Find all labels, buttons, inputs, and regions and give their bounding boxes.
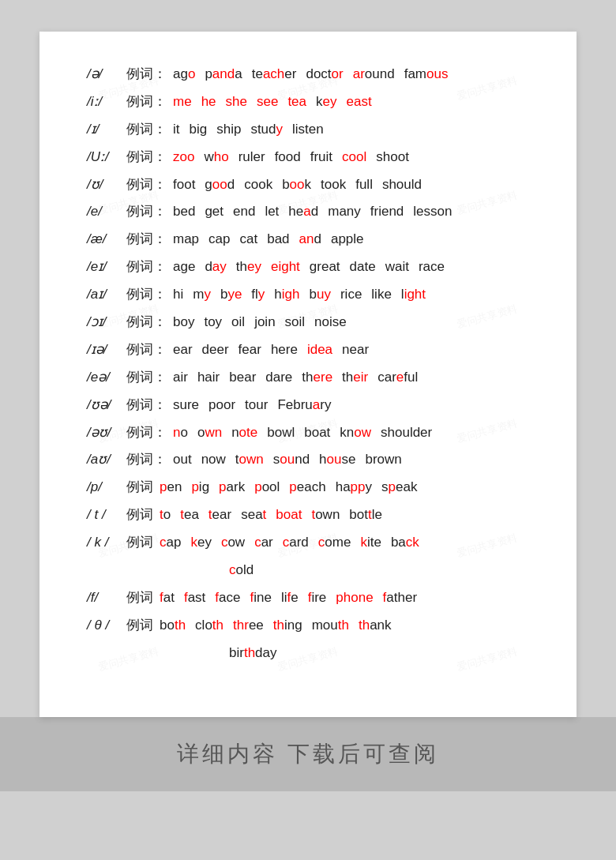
word-fat: fat [160, 587, 175, 610]
word-key: key [316, 91, 336, 114]
word-boy: boy [173, 311, 194, 334]
word-cap: cap [208, 228, 230, 251]
words-ua: sure poor tour February [173, 394, 339, 417]
word-happy: happy [336, 476, 372, 499]
word-food: food [275, 146, 301, 169]
words-e: bed get end let head many friend lesson [173, 201, 460, 223]
word-tea-t: tea [180, 504, 199, 527]
word-kite: kite [360, 531, 381, 554]
row-ilong: /iː/ 例词： me he she see tea key east [87, 91, 529, 114]
row-ua: /ʊə/ 例词： sure poor tour February [87, 394, 529, 417]
word-day: day [205, 256, 226, 279]
row-f: /f/ 例词 fat fast face fine life fire phon… [87, 587, 529, 610]
word-tear: tear [208, 504, 231, 527]
word-cap: cap [160, 531, 181, 554]
word-like: like [371, 284, 392, 306]
words-ushort: foot good cook book took full should [173, 174, 430, 197]
word-toy: toy [204, 311, 222, 334]
word-town-t: town [311, 504, 340, 527]
word-many: many [328, 201, 361, 223]
words-ishort: it big ship study listen [173, 118, 332, 141]
word-zoo: zoo [173, 146, 194, 169]
word-careful: careful [377, 366, 418, 389]
word-map: map [173, 228, 199, 251]
row-ushort: /ʊ/ 例词： foot good cook book took full sh… [87, 174, 529, 197]
words-ilong: me he she see tea key east [173, 91, 380, 114]
phoneme-k: / k / [87, 531, 126, 554]
word-speak: speak [381, 476, 417, 499]
word-my: my [193, 284, 211, 306]
row-e: /e/ 例词： bed get end let head many friend… [87, 201, 529, 223]
word-own: own [197, 422, 222, 445]
footer-bar: 详细内容 下载后可查阅 [0, 717, 616, 791]
row-theta-cont: birthday [87, 642, 529, 665]
word-out: out [173, 449, 192, 471]
word-cold: cold [229, 559, 254, 582]
word-their: their [342, 366, 368, 389]
word-pool: pool [254, 476, 280, 499]
words-theta: both cloth three thing mouth thank [160, 614, 400, 637]
words-t: to tea tear seat boat town bottle [160, 504, 390, 527]
word-ear: ear [173, 339, 193, 362]
row-k: / k / 例词 cap key cow car card come kite … [87, 531, 529, 554]
word-teacher: teacher [252, 63, 297, 86]
row-ea: /eə/ 例词： air hair bear dare there their … [87, 366, 529, 389]
word-friend: friend [370, 201, 404, 223]
word-peach: peach [289, 476, 325, 499]
label-schwa: 例词： [126, 63, 167, 86]
phoneme-au: /aʊ/ [87, 449, 126, 471]
word-race: race [419, 256, 445, 279]
word-park: park [219, 476, 245, 499]
words-theta-cont: birthday [229, 642, 285, 665]
word-hair: hair [197, 366, 220, 389]
label-oi: 例词： [126, 311, 167, 334]
word-book: book [282, 174, 311, 197]
word-took: took [321, 174, 346, 197]
phoneme-ia: /ɪə/ [87, 339, 126, 362]
label-ai: 例词： [126, 284, 167, 306]
word-study: study [250, 118, 283, 141]
word-sound: sound [273, 449, 310, 471]
word-foot: foot [173, 174, 195, 197]
phoneme-ushort: /ʊ/ [87, 174, 126, 197]
phoneme-ou: /əʊ/ [87, 422, 126, 445]
word-brown: brown [365, 449, 401, 471]
word-east: east [347, 91, 372, 114]
label-k: 例词 [126, 531, 153, 554]
word-and: and [299, 228, 321, 251]
phoneme-ei: /eɪ/ [87, 256, 126, 279]
word-date: date [350, 256, 376, 279]
words-au: out now town sound house brown [173, 449, 410, 471]
word-three: three [233, 614, 264, 637]
label-ei: 例词： [126, 256, 167, 279]
row-ai: /aɪ/ 例词： hi my bye fly high buy rice lik… [87, 284, 529, 306]
word-fruit: fruit [310, 146, 332, 169]
row-ia: /ɪə/ 例词： ear deer fear here idea near [87, 339, 529, 362]
word-father: father [383, 587, 417, 610]
word-town: town [235, 449, 264, 471]
word-bottle: bottle [349, 504, 382, 527]
words-f: fat fast face fine life fire phone fathe… [160, 587, 425, 610]
word-panda: panda [205, 63, 242, 86]
words-ulong: zoo who ruler food fruit cool shoot [173, 146, 417, 169]
phoneme-schwa: /ə/ [87, 63, 126, 86]
word-big: big [190, 118, 208, 141]
word-near: near [342, 339, 369, 362]
word-tour: tour [245, 394, 268, 417]
word-card: card [283, 531, 309, 554]
word-apple: apple [331, 228, 364, 251]
row-t: / t / 例词 to tea tear seat boat town bott… [87, 504, 529, 527]
word-me: me [173, 91, 192, 114]
word-back: back [391, 531, 419, 554]
word-age: age [173, 256, 195, 279]
word-doctor: doctor [306, 63, 343, 86]
phoneme-ua: /ʊə/ [87, 394, 126, 417]
label-ua: 例词： [126, 394, 167, 417]
label-f: 例词 [126, 587, 153, 610]
words-k-cont: cold [229, 559, 261, 582]
word-deer: deer [202, 339, 229, 362]
words-ea: air hair bear dare there their careful [173, 366, 426, 389]
word-key-k: key [190, 531, 211, 554]
word-high: high [274, 284, 299, 306]
label-ou: 例词： [126, 422, 167, 445]
